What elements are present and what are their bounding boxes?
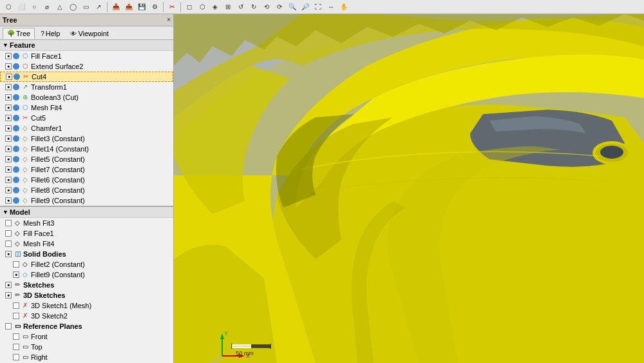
item-check-cut5[interactable]: ● <box>5 115 12 121</box>
item-check-reference-planes[interactable] <box>5 323 12 329</box>
tree-item-fillet8[interactable]: ● ◇ Fillet8 (Constant) <box>0 185 173 195</box>
tool-cylinder[interactable]: ⌀ <box>41 1 53 13</box>
item-eye-mesh-fit4[interactable] <box>13 104 19 111</box>
tree-item-chamfer1[interactable]: ● ◇ Chamfer1 <box>0 123 173 133</box>
item-eye-fillet9[interactable] <box>13 197 19 204</box>
item-check-transform1[interactable]: ● <box>5 84 12 90</box>
tree-item-extend-surface2[interactable]: ● ⬡ Extend Surface2 <box>0 61 173 72</box>
item-check-mesh-fit3[interactable] <box>5 220 12 226</box>
tool-view2[interactable]: ⬡ <box>196 1 208 13</box>
tree-item-right[interactable]: ▭ Right <box>0 352 173 362</box>
item-check-extend-surface2[interactable]: ● <box>5 63 12 70</box>
tool-zoom-out[interactable]: 🔎 <box>299 1 311 13</box>
tree-item-3d-sketches[interactable]: ● ✏ 3D Sketches <box>0 290 173 300</box>
item-check-chamfer1[interactable]: ● <box>5 125 12 132</box>
tree-item-mesh-fit4-model[interactable]: ◇ Mesh Fit4 <box>0 239 173 249</box>
item-check-3d-sketches[interactable]: ● <box>5 292 12 299</box>
model-section-header[interactable]: ▼ Model <box>0 207 173 218</box>
panel-close-button[interactable]: × <box>167 16 171 23</box>
tree-item-fillet9[interactable]: ● ◇ Fillet9 (Constant) <box>0 195 173 206</box>
item-eye-fillet7[interactable] <box>13 166 19 173</box>
tool-pan[interactable]: ✋ <box>338 1 350 13</box>
tab-viewpoint[interactable]: 👁 Viewpoint <box>66 28 113 39</box>
tool-cone[interactable]: △ <box>54 1 66 13</box>
tree-item-fillet2-constant[interactable]: ◇ Fillet2 (Constant) <box>0 259 173 270</box>
tree-item-fillet5[interactable]: ● ◇ Fillet5 (Constant) <box>0 154 173 164</box>
tool-view1[interactable]: ◻ <box>184 1 195 13</box>
tree-item-top[interactable]: ▭ Top <box>0 342 173 352</box>
tool-settings[interactable]: ⚙ <box>149 1 160 13</box>
item-check-fillet5[interactable]: ● <box>5 156 12 162</box>
tree-item-cut4[interactable]: ● ✂ Cut4 <box>0 72 173 82</box>
tree-item-front[interactable]: ▭ Front <box>0 331 173 342</box>
item-check-fill-face1-model[interactable] <box>5 230 12 237</box>
tree-item-reference-planes[interactable]: ▭ Reference Planes <box>0 321 173 331</box>
tool-torus[interactable]: ◯ <box>67 1 79 13</box>
item-check-top[interactable] <box>13 344 19 350</box>
item-eye-chamfer1[interactable] <box>13 125 19 132</box>
tree-item-fillet3[interactable]: ● ◇ Fillet3 (Constant) <box>0 133 173 144</box>
item-check-3d-sketch1[interactable] <box>13 302 19 309</box>
item-check-boolean3[interactable]: ● <box>5 94 12 101</box>
item-eye-fillet5[interactable] <box>13 156 19 162</box>
item-check-solid-bodies[interactable]: ● <box>5 251 12 257</box>
tool-fit[interactable]: ⛶ <box>312 1 324 13</box>
item-check-fill-face1[interactable]: ● <box>5 53 12 59</box>
tree-item-fillet14[interactable]: ● ◇ Fillet14 (Constant) <box>0 144 173 154</box>
tree-item-fill-face1[interactable]: ● ⬡ Fill Face1 <box>0 51 173 61</box>
item-check-mesh-fit4[interactable]: ● <box>5 104 12 111</box>
tool-view3[interactable]: ◈ <box>209 1 221 13</box>
tree-item-3d-sketch1[interactable]: ✗ 3D Sketch1 (Mesh) <box>0 300 173 311</box>
tool-zoom-in[interactable]: 🔍 <box>287 1 298 13</box>
item-check-fillet2-constant[interactable] <box>13 261 19 268</box>
tree-item-fillet7[interactable]: ● ◇ Fillet7 (Constant) <box>0 164 173 175</box>
item-check-sketches[interactable]: ● <box>5 282 12 288</box>
tree-item-mesh-fit4[interactable]: ● ⬡ Mesh Fit4 <box>0 103 173 113</box>
item-eye-fillet3[interactable] <box>13 135 19 142</box>
item-eye-fillet6[interactable] <box>13 177 19 183</box>
item-check-fillet6[interactable]: ● <box>5 177 12 183</box>
item-check-fillet9-constant[interactable]: ● <box>13 271 19 278</box>
item-check-front[interactable] <box>13 333 19 340</box>
tool-arrow[interactable]: ↗ <box>93 1 104 13</box>
tree-item-boolean3[interactable]: ● ⊕ Boolean3 (Cut) <box>0 92 173 103</box>
tab-tree[interactable]: 🌳 Tree <box>3 28 35 39</box>
tree-item-mesh-fit3[interactable]: ◇ Mesh Fit3 <box>0 218 173 228</box>
tool-rotate[interactable]: ↔ <box>325 1 337 13</box>
item-check-fillet14[interactable]: ● <box>5 146 12 152</box>
tool-view5[interactable]: ↺ <box>235 1 247 13</box>
3d-viewport[interactable]: Y X 50 mm <box>174 14 644 363</box>
tool-cut[interactable]: ✂ <box>166 1 178 13</box>
item-eye-fillet8[interactable] <box>13 187 19 193</box>
item-check-fillet8[interactable]: ● <box>5 187 12 193</box>
item-check-fillet3[interactable]: ● <box>5 135 12 142</box>
item-check-mesh-fit4-model[interactable] <box>5 240 12 247</box>
tool-polygon[interactable]: ⬡ <box>3 1 14 13</box>
item-eye-fill-face1[interactable] <box>13 53 19 59</box>
tool-view4[interactable]: ⊞ <box>222 1 234 13</box>
tree-item-3d-sketch2[interactable]: ✗ 3D Sketch2 <box>0 311 173 321</box>
tree-item-fillet9-constant[interactable]: ● ◇ Fillet9 (Constant) <box>0 270 173 280</box>
tree-item-sketches[interactable]: ● ✏ Sketches <box>0 280 173 290</box>
tool-import[interactable]: 📥 <box>110 1 122 13</box>
tool-save[interactable]: 💾 <box>136 1 147 13</box>
item-eye-fillet14[interactable] <box>13 146 19 152</box>
item-check-3d-sketch2[interactable] <box>13 313 19 319</box>
item-eye-extend-surface2[interactable] <box>13 63 19 70</box>
tool-view6[interactable]: ↻ <box>248 1 260 13</box>
tree-item-cut5[interactable]: ● ✂ Cut5 <box>0 113 173 123</box>
item-eye-cut4[interactable] <box>14 74 20 80</box>
tree-item-fillet6[interactable]: ● ◇ Fillet6 (Constant) <box>0 175 173 185</box>
item-eye-transform1[interactable] <box>13 84 19 90</box>
item-eye-boolean3[interactable] <box>13 94 19 101</box>
tool-plane[interactable]: ▭ <box>80 1 91 13</box>
tree-item-transform1[interactable]: ● ↗ Transform1 <box>0 82 173 92</box>
tab-help[interactable]: ? Help <box>36 28 64 39</box>
item-check-fillet7[interactable]: ● <box>5 166 12 173</box>
tool-sphere[interactable]: ○ <box>28 1 40 13</box>
tool-view7[interactable]: ⟲ <box>261 1 272 13</box>
feature-section-header[interactable]: ▼ Feature <box>0 40 173 51</box>
item-check-fillet9[interactable]: ● <box>5 197 12 204</box>
tool-export[interactable]: 📤 <box>123 1 135 13</box>
tree-item-fill-face1-model[interactable]: ◇ Fill Face1 <box>0 228 173 239</box>
